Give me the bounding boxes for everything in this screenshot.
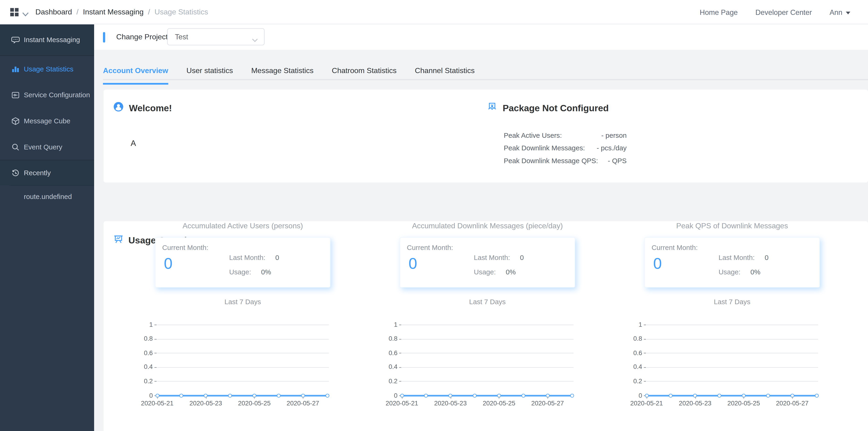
x-tick — [695, 397, 695, 399]
data-point — [473, 394, 477, 397]
chart-board-icon — [114, 235, 123, 244]
y-axis-label: 0 — [131, 392, 153, 399]
y-axis-label: 0.2 — [620, 378, 642, 385]
x-axis-label: 2020-05-27 — [776, 400, 809, 406]
chevron-down-icon[interactable] — [22, 9, 29, 15]
main-content: Account OverviewUser statisticsMessage S… — [94, 50, 868, 431]
usage-row: Usage:0% — [474, 268, 522, 276]
x-tick — [792, 397, 793, 399]
gridline — [647, 339, 818, 339]
y-axis-label: 1 — [375, 321, 397, 328]
line-chart: 10.80.60.40.202020-05-212020-05-232020-0… — [155, 325, 330, 395]
home-page-link[interactable]: Home Page — [700, 8, 738, 16]
project-select[interactable]: Test — [167, 28, 265, 45]
usage-row: Usage:0% — [718, 268, 767, 276]
sidebar: Instant MessagingUsage StatisticsService… — [0, 25, 94, 431]
sidebar-item-label: Service Configuration — [24, 91, 90, 99]
tab-message-statistics[interactable]: Message Statistics — [251, 65, 313, 80]
sidebar-item-usage-statistics[interactable]: Usage Statistics — [0, 56, 94, 82]
change-projects-label: Change Projects: — [116, 25, 174, 50]
current-month-label: Current Month: — [407, 244, 453, 252]
usage-chart: Accumulated Active Users (persons)Curren… — [155, 221, 330, 396]
gridline — [402, 339, 574, 339]
y-tick — [644, 339, 646, 339]
chart-title: Accumulated Active Users (persons) — [155, 221, 330, 231]
y-axis-label: 0.8 — [620, 335, 642, 342]
account-name: A — [131, 139, 136, 147]
usage-chart: Accumulated Downlink Messages (piece/day… — [400, 221, 575, 396]
y-axis-label: 0.6 — [620, 349, 642, 357]
line-chart: 10.80.60.40.202020-05-212020-05-232020-0… — [644, 325, 820, 395]
user-name: Ann — [830, 8, 842, 16]
usage-label: Usage: — [718, 268, 740, 276]
sidebar-item-label: Event Query — [24, 143, 62, 151]
y-tick — [154, 325, 157, 325]
breadcrumb-item: Usage Statistics — [154, 8, 208, 16]
x-tick — [303, 397, 303, 399]
data-point — [325, 394, 329, 397]
data-point — [277, 394, 281, 397]
service-config-icon — [11, 91, 20, 99]
breadcrumb-item[interactable]: Dashboard — [35, 8, 72, 16]
sidebar-item-service-configuration[interactable]: Service Configuration — [0, 82, 94, 108]
x-tick — [451, 397, 451, 399]
usage-label: Usage: — [474, 268, 496, 276]
welcome-title: Welcome! — [129, 103, 172, 113]
change-projects-bar: Change Projects: Test — [94, 25, 868, 50]
gridline — [647, 381, 818, 382]
y-axis-label: 1 — [131, 321, 153, 328]
x-axis-label: 2020-05-23 — [189, 400, 222, 406]
apps-grid-icon[interactable] — [10, 8, 19, 16]
last-month-row: Last Month:0 — [229, 253, 292, 262]
sidebar-item-event-query[interactable]: Event Query — [0, 134, 94, 160]
sidebar-item-message-cube[interactable]: Message Cube — [0, 108, 94, 134]
x-tick — [499, 397, 499, 399]
y-tick — [154, 339, 157, 339]
chart-subtitle: Last 7 Days — [644, 297, 820, 307]
accent-bar — [103, 32, 105, 42]
sidebar-item-recently[interactable]: Recently — [0, 160, 94, 185]
data-point — [766, 394, 770, 397]
chat-icon — [11, 35, 20, 44]
data-point — [669, 394, 673, 397]
breadcrumb-separator: / — [76, 8, 79, 16]
package-rows: Peak Active Users:- personPeak Downlink … — [504, 129, 627, 168]
usage-value: 0% — [261, 268, 278, 276]
y-tick — [399, 325, 401, 325]
data-point — [521, 394, 525, 397]
chart-stats-card: Current Month:0Last Month:0Usage:0% — [644, 237, 820, 288]
x-tick — [254, 397, 255, 399]
x-axis-label: 2020-05-21 — [141, 400, 174, 406]
breadcrumb-item[interactable]: Instant Messaging — [83, 8, 144, 16]
tab-account-overview[interactable]: Account Overview — [103, 65, 168, 80]
package-row: Peak Downlink Messages:- pcs./day — [504, 142, 627, 155]
usage-value: 0% — [750, 268, 767, 276]
y-axis-label: 0.4 — [620, 364, 642, 371]
y-axis-label: 1 — [620, 321, 642, 328]
project-select-value: Test — [175, 29, 188, 45]
y-tick — [399, 367, 401, 367]
caret-down-icon — [846, 11, 850, 14]
x-axis-label: 2020-05-23 — [679, 400, 711, 406]
tab-user-statistics[interactable]: User statistics — [186, 65, 233, 80]
tab-chatroom-statistics[interactable]: Chatroom Statistics — [332, 65, 397, 80]
sidebar-item-instant-messaging[interactable]: Instant Messaging — [0, 25, 94, 56]
gridline — [647, 353, 818, 354]
app-window: Dashboard/Instant Messaging/Usage Statis… — [0, 0, 868, 431]
y-tick — [644, 353, 646, 354]
data-point — [815, 394, 818, 397]
chart-title: Accumulated Downlink Messages (piece/day… — [400, 221, 575, 231]
gridline — [157, 367, 329, 367]
tab-channel-statistics[interactable]: Channel Statistics — [415, 65, 475, 80]
chart-stats-card: Current Month:0Last Month:0Usage:0% — [155, 237, 330, 288]
top-nav: Home Page Developer Center Ann Internati… — [700, 0, 868, 25]
y-tick — [399, 353, 401, 354]
developer-center-link[interactable]: Developer Center — [755, 8, 812, 16]
last-month-value: 0 — [520, 253, 536, 262]
sidebar-item-label: route.undefined — [24, 193, 72, 201]
y-axis-label: 0.4 — [375, 364, 397, 371]
sidebar-item-route-undefined[interactable]: route.undefined — [0, 186, 94, 208]
package-section: Package Not Configured Peak Active Users… — [487, 90, 631, 183]
user-menu[interactable]: Ann — [830, 8, 850, 16]
x-axis-label: 2020-05-21 — [385, 400, 418, 406]
